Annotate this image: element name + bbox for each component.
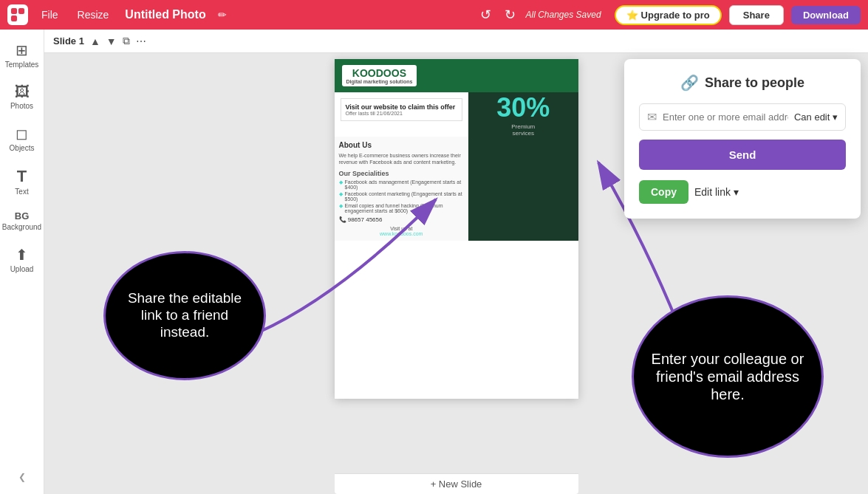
svg-rect-0 <box>11 8 17 14</box>
link-row: Copy Edit link ▾ <box>639 180 846 204</box>
slide-services: Premiumservices <box>496 123 550 137</box>
svg-rect-1 <box>18 8 24 14</box>
slide-percent-col: 30% Premiumservices <box>468 92 578 137</box>
svg-rect-3 <box>18 16 24 21</box>
slide-percent: 30% <box>496 92 550 123</box>
slide-header-brand: KOODOOS Digital marketing solutions <box>335 59 578 92</box>
slide-more-btn[interactable]: ⋯ <box>136 35 146 47</box>
background-icon: BG <box>15 210 30 222</box>
upgrade-button[interactable]: ⭐ Upgrade to pro <box>615 5 722 25</box>
slide-label: Slide 1 <box>53 35 84 47</box>
right-annotation-text: Enter your colleague or friend's email a… <box>634 338 821 415</box>
email-row: ✉ Can edit ▾ <box>639 103 846 131</box>
redo-button[interactable]: ↻ <box>502 4 519 26</box>
text-icon: T <box>17 167 27 186</box>
slide-brand-name: KOODOOS <box>352 67 406 79</box>
sidebar-item-photos[interactable]: 🖼 Photos <box>3 78 41 116</box>
slide-offer-col: Visit our website to claim this offer Of… <box>335 92 469 137</box>
download-button[interactable]: Download <box>791 6 861 24</box>
upload-label: Upload <box>10 265 34 273</box>
sidebar-item-upload[interactable]: ⬆ Upload <box>3 240 41 279</box>
slide-offer-box: Visit our website to claim this offer Of… <box>341 98 463 121</box>
slide-content: KOODOOS Digital marketing solutions Visi… <box>335 59 578 399</box>
sidebar-item-background[interactable]: BG Background <box>3 205 41 237</box>
sidebar-collapse-arrow[interactable]: ❮ <box>13 466 32 488</box>
topbar: File Resize Untitled Photo ✏ ↺ ↻ All Cha… <box>0 0 868 30</box>
slide-nav-down[interactable]: ▼ <box>106 35 117 47</box>
slide-copy-btn[interactable]: ⧉ <box>123 35 130 47</box>
share-panel-title-text: Share to people <box>705 75 804 91</box>
sidebar-item-templates[interactable]: ⊞ Templates <box>3 35 41 75</box>
slide-phone: 📞 98657 45656 <box>339 216 465 223</box>
slide-spec-2: ◆ Facebook content marketing (Engagement… <box>339 191 465 202</box>
slide-tagline: Digital marketing solutions <box>346 79 413 84</box>
resize-menu[interactable]: Resize <box>72 6 115 24</box>
file-menu[interactable]: File <box>35 6 64 24</box>
left-annotation-bubble: Share the editable link to a friend inst… <box>103 251 266 380</box>
copy-button[interactable]: Copy <box>639 180 688 204</box>
objects-icon: ◻ <box>16 125 28 143</box>
upgrade-label: Upgrade to pro <box>641 10 710 21</box>
photos-label: Photos <box>10 102 33 110</box>
slide-dark-col <box>468 137 578 241</box>
star-icon: ⭐ <box>626 10 638 21</box>
text-label: Text <box>15 188 28 196</box>
svg-rect-2 <box>11 16 17 21</box>
new-slide-bar[interactable]: + New Slide <box>335 473 578 494</box>
objects-label: Objects <box>10 144 35 152</box>
can-edit-button[interactable]: Can edit ▾ <box>794 112 838 123</box>
slide-about-text: We help E-commerce business owners incre… <box>339 152 465 165</box>
slide-spec-title: Our Specialities <box>339 170 465 177</box>
background-label: Background <box>2 223 41 231</box>
slide-about-col: About Us We help E-commerce business own… <box>335 137 469 241</box>
slide-logo: KOODOOS Digital marketing solutions <box>342 65 417 86</box>
right-annotation-bubble: Enter your colleague or friend's email a… <box>632 295 824 458</box>
doc-title[interactable]: Untitled Photo <box>125 8 205 21</box>
slide-about-title: About Us <box>339 141 465 149</box>
templates-label: Templates <box>5 61 39 69</box>
slide-offer-title: Visit our website to claim this offer <box>346 103 458 111</box>
share-button[interactable]: Share <box>729 5 784 25</box>
slide-header: Slide 1 ▲ ▼ ⧉ ⋯ <box>44 30 868 53</box>
undo-button[interactable]: ↺ <box>477 4 494 26</box>
email-input[interactable] <box>663 112 788 123</box>
left-annotation-text: Share the editable link to a friend inst… <box>106 278 264 352</box>
upload-icon: ⬆ <box>16 246 28 264</box>
slide-bottom-row: About Us We help E-commerce business own… <box>335 137 578 241</box>
slide-spec-3: ◆ Email copies and funnel hacking (Minim… <box>339 203 465 213</box>
saved-status: All Changes Saved <box>526 10 601 20</box>
main-area: ⊞ Templates 🖼 Photos ◻ Objects T Text BG… <box>0 30 868 494</box>
share-panel-icon: 🔗 <box>680 74 699 92</box>
email-icon: ✉ <box>647 110 657 124</box>
slide-spec-1: ◆ Facebook ads management (Engagement st… <box>339 179 465 190</box>
logo-icon[interactable] <box>7 4 28 25</box>
slide-hero-row: Visit our website to claim this offer Of… <box>335 92 578 137</box>
slide-visit: Visit us atwww.koodoos.com <box>339 226 465 236</box>
photos-icon: 🖼 <box>15 83 30 100</box>
sidebar: ⊞ Templates 🖼 Photos ◻ Objects T Text BG… <box>0 30 44 494</box>
canvas-area: Slide 1 ▲ ▼ ⧉ ⋯ KOODOOS Digital marketin… <box>44 30 868 494</box>
share-panel: 🔗 Share to people ✉ Can edit ▾ Send Copy… <box>624 59 861 219</box>
sidebar-item-objects[interactable]: ◻ Objects <box>3 119 41 158</box>
sidebar-item-text[interactable]: T Text <box>3 161 41 202</box>
pencil-icon[interactable]: ✏ <box>218 9 227 21</box>
slide-canvas: KOODOOS Digital marketing solutions Visi… <box>335 59 578 399</box>
send-button[interactable]: Send <box>639 140 846 170</box>
slide-nav-up[interactable]: ▲ <box>90 35 100 47</box>
slide-offer-date: Offer lasts till 21/06/2021 <box>346 111 458 116</box>
edit-link-button[interactable]: Edit link ▾ <box>694 186 739 198</box>
templates-icon: ⊞ <box>16 41 28 59</box>
share-panel-title: 🔗 Share to people <box>639 74 846 92</box>
